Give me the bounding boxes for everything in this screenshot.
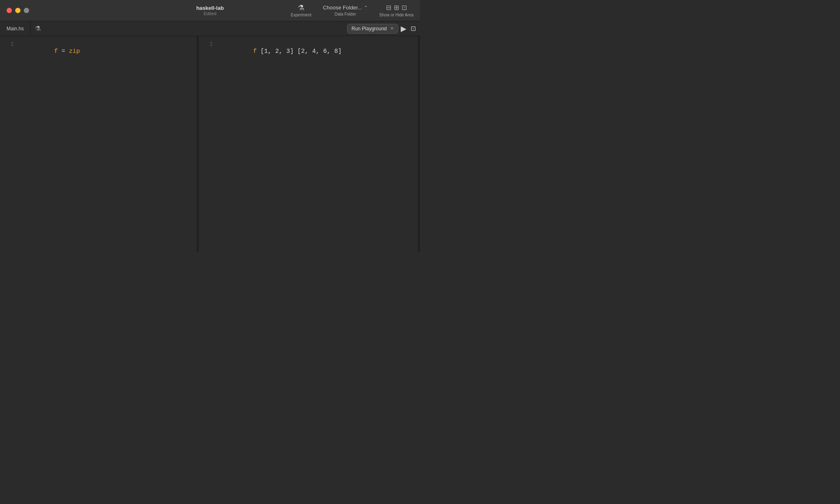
sidebar-toggle-button[interactable]: ⊡: [411, 25, 416, 32]
source-keyword-zip: zip: [69, 48, 80, 55]
source-equals: =: [58, 48, 69, 55]
playground-code-content[interactable]: f [1, 2, 3] [2, 4, 6, 8]: [219, 41, 418, 247]
chevron-icon: ⌃: [364, 5, 368, 11]
editor-container: 1 f = zip 1 f [1, 2, 3] [2, 4, 6, 8] [(1…: [0, 36, 420, 252]
playground-keyword-f: f: [253, 48, 257, 55]
choose-folder-text: Choose Folder...: [323, 5, 362, 11]
window-controls: [7, 8, 29, 13]
playground-flask-area: ⚗: [31, 25, 45, 32]
maximize-button[interactable]: [24, 8, 29, 13]
experiment-label: Experiment: [291, 13, 312, 17]
show-hide-label: Show or Hide Area: [379, 13, 413, 17]
tabbar: Main.hs ⚗ Run Playground ✕ ▶ ⊡: [0, 21, 420, 36]
line-number-1: 1: [8, 41, 14, 48]
playground-args: [1, 2, 3] [2, 4, 6, 8]: [257, 48, 342, 55]
titlebar-right: ⚗ Experiment Choose Folder... ⌃ Data Fol…: [291, 4, 413, 17]
layout-icon-3[interactable]: ⊡: [402, 4, 407, 11]
app-title: haskell-lab: [196, 5, 224, 11]
playground-code-area[interactable]: 1 f [1, 2, 3] [2, 4, 6, 8]: [199, 36, 418, 252]
file-tab[interactable]: Main.hs: [0, 21, 31, 36]
layout-icon-2[interactable]: ⊞: [394, 4, 399, 11]
divider-playground-output[interactable]: [418, 36, 420, 252]
titlebar: haskell-lab Edited ⚗ Experiment Choose F…: [0, 0, 420, 21]
run-button[interactable]: ▶: [401, 24, 406, 33]
run-playground-button[interactable]: Run Playground ✕: [347, 24, 398, 34]
source-code-content[interactable]: f = zip: [21, 41, 197, 247]
file-tab-label: Main.hs: [7, 26, 24, 32]
layout-icons: ⊟ ⊞ ⊡: [386, 4, 407, 11]
titlebar-center: haskell-lab Edited: [196, 5, 224, 16]
source-code-area[interactable]: 1 f = zip: [0, 36, 197, 252]
close-button[interactable]: [7, 8, 12, 13]
run-playground-label: Run Playground: [352, 26, 387, 32]
playground-line-number-1: 1: [207, 41, 213, 48]
minimize-button[interactable]: [15, 8, 21, 13]
tabbar-right: ▶ ⊡: [401, 24, 420, 33]
layout-icon-1[interactable]: ⊟: [386, 4, 391, 11]
source-keyword-f: f: [54, 48, 58, 55]
playground-flask-icon: ⚗: [35, 25, 41, 32]
flask-icon: ⚗: [298, 4, 304, 11]
source-line-numbers: 1: [0, 41, 21, 247]
playground-line-numbers: 1: [199, 41, 219, 247]
data-folder-label: Data Folder: [335, 12, 356, 16]
experiment-button[interactable]: ⚗ Experiment: [291, 4, 312, 17]
playground-panel: 1 f [1, 2, 3] [2, 4, 6, 8]: [199, 36, 418, 252]
app-subtitle: Edited: [196, 11, 224, 16]
data-folder-section: Choose Folder... ⌃ Data Folder: [323, 5, 368, 16]
source-panel: 1 f = zip: [0, 36, 197, 252]
show-hide-section: ⊟ ⊞ ⊡ Show or Hide Area: [379, 4, 413, 17]
folder-select[interactable]: Choose Folder... ⌃: [323, 5, 368, 11]
close-playground-icon[interactable]: ✕: [390, 26, 394, 31]
